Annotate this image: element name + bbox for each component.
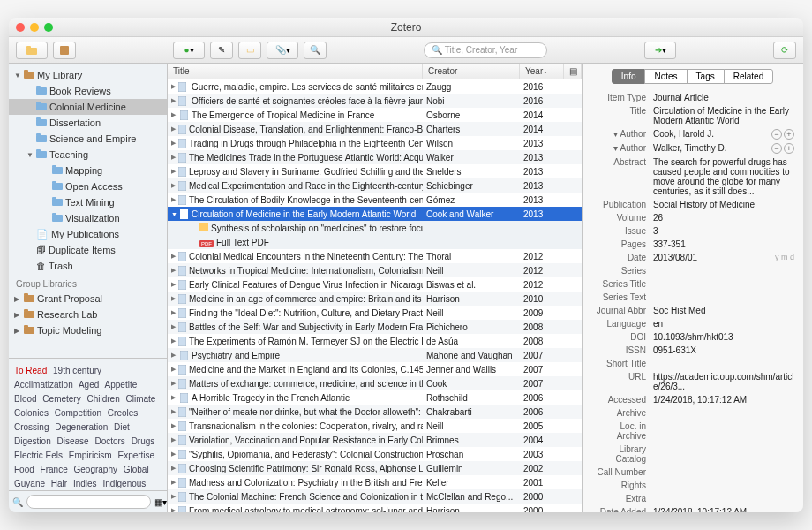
- sync-button[interactable]: ⟳: [773, 42, 796, 59]
- item-row[interactable]: ▶Finding the "Ideal Diet": Nutrition, Cu…: [168, 306, 582, 320]
- disclosure-icon[interactable]: ▶: [171, 507, 176, 512]
- field-value[interactable]: 0951-631X: [653, 345, 794, 355]
- item-row[interactable]: ▶Medical Experimentation and Race in the…: [168, 178, 582, 193]
- tag[interactable]: Electric Eels: [14, 450, 63, 460]
- disclosure-icon[interactable]: ▶: [171, 465, 176, 472]
- collection-item[interactable]: Book Reviews: [9, 83, 167, 99]
- field-value[interactable]: Cook, Harold J.: [653, 129, 771, 139]
- field-value[interactable]: The search for powerful drugs has caused…: [653, 157, 794, 196]
- duplicate-items[interactable]: 🗐Duplicate Items: [9, 242, 167, 258]
- collection-item[interactable]: Colonial Medicine: [9, 99, 167, 115]
- item-attachment-row[interactable]: Synthesis of scholarship on "medicines" …: [168, 221, 582, 235]
- disclosure-icon[interactable]: ▶: [171, 450, 176, 458]
- add-author-button[interactable]: +: [784, 143, 794, 154]
- item-row[interactable]: ▶Battles of the Self: War and Subjectivi…: [168, 320, 582, 334]
- item-row[interactable]: ▶Trading in Drugs through Philadelphia i…: [168, 136, 582, 150]
- tag[interactable]: Expertise: [117, 450, 154, 460]
- disclosure-icon[interactable]: ▶: [171, 196, 176, 203]
- field-value[interactable]: Walker, Timothy D.: [653, 143, 771, 153]
- advanced-search-button[interactable]: 🔍: [304, 42, 327, 59]
- tag[interactable]: Diet: [114, 422, 130, 432]
- disclosure-icon[interactable]: ▶: [171, 295, 176, 302]
- tag[interactable]: Hair: [51, 479, 67, 488]
- col-attachment[interactable]: ▤: [564, 64, 582, 79]
- new-item-button[interactable]: ● ▾: [173, 42, 205, 59]
- collection-item[interactable]: Text Mining: [9, 194, 167, 210]
- disclosure-icon[interactable]: ▶: [14, 295, 21, 303]
- my-library[interactable]: ▼My Library: [9, 67, 167, 83]
- disclosure-icon[interactable]: ▶: [171, 267, 176, 274]
- tag[interactable]: Acclimatization: [14, 380, 73, 390]
- item-row[interactable]: ▶Officiers de santé et soignantes créole…: [168, 94, 582, 108]
- tag[interactable]: Appetite: [105, 380, 138, 390]
- item-row[interactable]: ▶Transnationalism in the colonies: Coope…: [168, 419, 582, 433]
- tag[interactable]: Doctors: [94, 436, 124, 446]
- tag[interactable]: Cemetery: [42, 394, 80, 404]
- item-row[interactable]: ▶The Medicines Trade in the Portuguese A…: [168, 150, 582, 164]
- item-row[interactable]: ▶"Syphilis, Opiomania, and Pederasty": C…: [168, 447, 582, 461]
- disclosure-icon[interactable]: ▶: [171, 154, 176, 161]
- disclosure-icon[interactable]: ▶: [171, 323, 176, 330]
- disclosure-icon[interactable]: ▶: [171, 182, 176, 189]
- collection-item[interactable]: Science and Empire: [9, 131, 167, 147]
- item-row[interactable]: ▶The Experiments of Ramón M. Termeyer SJ…: [168, 334, 582, 348]
- item-row[interactable]: ▶Early Clinical Features of Dengue Virus…: [168, 277, 582, 292]
- field-value[interactable]: 2013/08/01: [653, 253, 775, 262]
- field-value[interactable]: https://academic.oup.com/shm/article/26/…: [653, 372, 794, 391]
- field-value[interactable]: Social History of Medicine: [653, 200, 794, 209]
- attach-button[interactable]: 📎 ▾: [267, 42, 298, 59]
- item-row[interactable]: ▶A Horrible Tragedy in the French Atlant…: [168, 390, 582, 405]
- disclosure-icon[interactable]: ▶: [171, 337, 176, 344]
- tag-search-input[interactable]: [26, 495, 151, 509]
- tag[interactable]: Disease: [56, 436, 88, 446]
- tag[interactable]: Food: [14, 465, 34, 474]
- tag[interactable]: Digestion: [14, 436, 51, 446]
- item-row[interactable]: ▶Medicine in an age of commerce and empi…: [168, 292, 582, 306]
- disclosure-icon[interactable]: ▶: [171, 366, 176, 373]
- search-input[interactable]: 🔍 Title, Creator, Year: [424, 42, 547, 58]
- tag[interactable]: Degeneration: [55, 422, 108, 432]
- disclosure-icon[interactable]: ▶: [14, 311, 21, 319]
- item-row[interactable]: ▶Psychiatry and Empire Mahone and Vaugha…: [168, 348, 582, 362]
- field-value[interactable]: 337-351: [653, 239, 794, 249]
- item-row[interactable]: ▶The Colonial Machine: French Science an…: [168, 489, 582, 504]
- item-row[interactable]: ▼Circulation of Medicine in the Early Mo…: [168, 207, 582, 221]
- disclosure-icon[interactable]: ▶: [171, 408, 176, 415]
- disclosure-icon[interactable]: ▶: [171, 493, 176, 500]
- field-value[interactable]: Journal Article: [653, 93, 794, 102]
- tag[interactable]: Creoles: [108, 408, 138, 418]
- disclosure-icon[interactable]: ▶: [171, 97, 176, 104]
- item-row[interactable]: ▶Medicine and the Market in England and …: [168, 362, 582, 376]
- disclosure-icon[interactable]: ▶: [14, 327, 21, 335]
- item-row[interactable]: ▶"Neither of meate nor drinke, but what …: [168, 405, 582, 419]
- new-library-button[interactable]: [53, 42, 76, 59]
- item-row[interactable]: ▶The Circulation of Bodily Knowledge in …: [168, 193, 582, 207]
- my-publications[interactable]: 📄My Publications: [9, 226, 167, 242]
- disclosure-icon[interactable]: ▶: [171, 168, 176, 175]
- tag[interactable]: Children: [87, 394, 120, 404]
- item-row[interactable]: ▶Networks in Tropical Medicine: Internat…: [168, 263, 582, 277]
- tag[interactable]: 19th century: [53, 366, 102, 375]
- disclosure-icon[interactable]: ▶: [171, 394, 177, 401]
- disclosure-icon[interactable]: ▶: [171, 125, 176, 132]
- tag[interactable]: France: [41, 465, 68, 474]
- field-value[interactable]: en: [653, 319, 794, 329]
- collection-item[interactable]: Open Access: [9, 178, 167, 194]
- new-collection-button[interactable]: [16, 42, 48, 59]
- collection-item[interactable]: Visualization: [9, 210, 167, 226]
- item-row[interactable]: ▶Colonial Disease, Translation, and Enli…: [168, 122, 582, 136]
- collection-item[interactable]: ▼Teaching: [9, 147, 167, 163]
- tag[interactable]: Empiricism: [69, 450, 112, 460]
- remove-author-button[interactable]: −: [771, 143, 782, 154]
- tag[interactable]: Colonies: [14, 408, 49, 418]
- item-row[interactable]: ▶From medical astrology to medical astro…: [168, 504, 582, 512]
- item-row[interactable]: ▶Variolation, Vaccination and Popular Re…: [168, 433, 582, 447]
- disclosure-icon[interactable]: ▼: [171, 211, 177, 217]
- item-row[interactable]: ▶Leprosy and Slavery in Suriname: Godfri…: [168, 164, 582, 178]
- tab-related[interactable]: Related: [724, 69, 773, 84]
- trash[interactable]: 🗑Trash: [9, 258, 167, 274]
- tag[interactable]: Competition: [55, 408, 102, 418]
- tag[interactable]: Global: [124, 465, 149, 474]
- new-note-button[interactable]: ▭: [238, 42, 261, 59]
- group-library[interactable]: ▶Research Lab: [9, 307, 167, 322]
